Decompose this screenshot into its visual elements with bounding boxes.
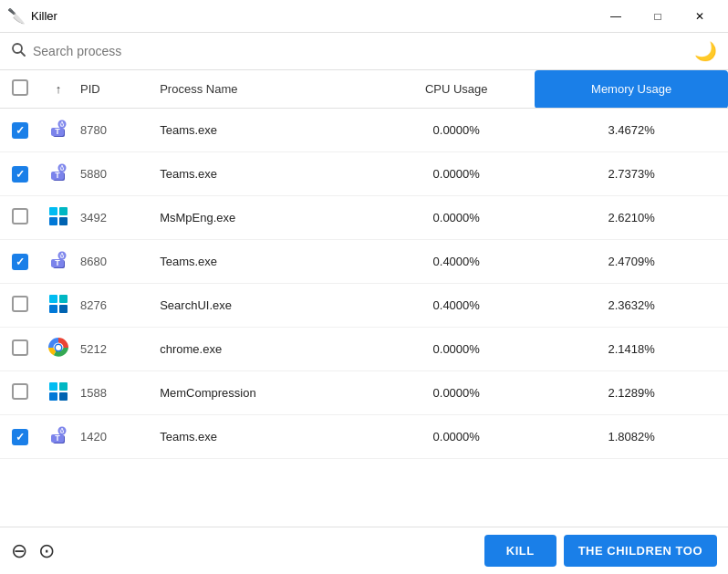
row-pid: 5212 [77, 328, 152, 371]
row-mem: 2.4709% [535, 240, 728, 284]
svg-text:T: T [55, 171, 60, 180]
title-bar: 🔪 Killer — □ ✕ [0, 0, 728, 33]
row-checkbox-cell[interactable] [0, 152, 40, 196]
row-pid: 3492 [77, 196, 152, 240]
svg-rect-32 [59, 382, 68, 391]
row-mem: 1.8082% [535, 415, 728, 459]
row-cpu: 0.0000% [378, 371, 535, 415]
process-icon-windows [47, 381, 69, 402]
table-row: M T 1420 Teams.exe 0.0000% 1.8082% [0, 415, 728, 459]
svg-rect-14 [49, 207, 57, 215]
row-pid: 8680 [77, 240, 152, 284]
row-checkbox[interactable] [12, 208, 28, 224]
row-checkbox[interactable] [12, 429, 28, 445]
header-memory-usage[interactable]: Memory Usage [535, 70, 728, 109]
circle-chevron-icon[interactable]: ⊙ [38, 539, 55, 563]
row-icon-cell [40, 196, 77, 240]
table-row: M T 8680 Teams.exe 0.4000% 2.4709% [0, 240, 728, 284]
header-checkbox[interactable] [0, 70, 40, 109]
svg-rect-17 [59, 217, 68, 225]
table-row: 3492 MsMpEng.exe 0.0000% 2.6210% [0, 196, 728, 240]
row-icon-cell: M T [40, 240, 77, 284]
kill-button[interactable]: KILL [484, 535, 556, 567]
dark-mode-icon[interactable]: 🌙 [694, 40, 717, 62]
search-icon [11, 42, 26, 60]
kill-children-button[interactable]: THE CHILDREN TOO [564, 535, 717, 567]
svg-rect-15 [59, 207, 68, 215]
row-cpu: 0.0000% [378, 415, 535, 459]
row-cpu: 0.0000% [378, 152, 535, 196]
header-process-name[interactable]: Process Name [152, 70, 378, 109]
row-name: MemCompression [152, 371, 378, 415]
process-table-container: ↑ PID Process Name CPU Usage Memory Usag… [0, 70, 728, 527]
row-mem: 3.4672% [535, 109, 728, 152]
svg-rect-31 [49, 382, 57, 391]
app-icon: 🔪 [7, 7, 26, 25]
bottom-right-buttons: KILL THE CHILDREN TOO [484, 535, 717, 567]
process-table: ↑ PID Process Name CPU Usage Memory Usag… [0, 70, 728, 459]
row-name: Teams.exe [152, 240, 378, 284]
svg-text:T: T [55, 433, 60, 443]
row-checkbox[interactable] [12, 254, 28, 270]
row-checkbox-cell[interactable] [0, 328, 40, 371]
row-checkbox-cell[interactable] [0, 284, 40, 328]
table-row: 5212 chrome.exe 0.0000% 2.1418% [0, 328, 728, 371]
row-mem: 2.1289% [535, 371, 728, 415]
circle-minus-icon[interactable]: ⊖ [11, 539, 27, 563]
search-bar: 🌙 [0, 33, 728, 70]
process-icon-teams: M T [47, 249, 69, 271]
header-sort[interactable]: ↑ [40, 70, 77, 109]
row-checkbox-cell[interactable] [0, 240, 40, 284]
process-icon-windows [47, 293, 69, 315]
table-row: 8276 SearchUI.exe 0.4000% 2.3632% [0, 284, 728, 328]
row-checkbox-cell[interactable] [0, 109, 40, 152]
row-cpu: 0.0000% [378, 109, 535, 152]
header-pid[interactable]: PID [77, 70, 152, 109]
process-icon-chrome [47, 337, 69, 359]
select-all-checkbox[interactable] [12, 79, 28, 96]
row-mem: 2.3632% [535, 284, 728, 328]
row-checkbox[interactable] [12, 122, 28, 139]
process-icon-teams: M T [47, 118, 69, 140]
row-icon-cell [40, 371, 77, 415]
row-name: Teams.exe [152, 109, 378, 152]
row-checkbox[interactable] [12, 339, 28, 356]
svg-rect-24 [49, 295, 57, 303]
row-icon-cell [40, 328, 77, 371]
bottom-bar: ⊖ ⊙ KILL THE CHILDREN TOO [0, 527, 728, 574]
search-input[interactable] [33, 44, 694, 58]
row-checkbox-cell[interactable] [0, 415, 40, 459]
row-cpu: 0.4000% [378, 284, 535, 328]
svg-rect-26 [49, 305, 57, 313]
row-checkbox[interactable] [12, 166, 28, 183]
row-name: chrome.exe [152, 328, 378, 371]
table-row: M T 5880 Teams.exe 0.0000% 2.7373% [0, 152, 728, 196]
svg-line-1 [21, 52, 25, 56]
row-name: Teams.exe [152, 152, 378, 196]
svg-rect-34 [59, 392, 68, 401]
table-row: M T 8780 Teams.exe 0.0000% 3.4672% [0, 109, 728, 152]
sort-icon: ↑ [56, 82, 62, 96]
header-cpu-usage[interactable]: CPU Usage [378, 70, 535, 109]
close-button[interactable]: ✕ [679, 0, 721, 33]
row-mem: 2.1418% [535, 328, 728, 371]
row-icon-cell: M T [40, 415, 77, 459]
svg-text:T: T [55, 258, 60, 267]
row-mem: 2.7373% [535, 152, 728, 196]
app-title: Killer [31, 9, 57, 23]
process-icon-windows [47, 205, 69, 227]
svg-rect-33 [49, 392, 57, 401]
process-table-body: M T 8780 Teams.exe 0.0000% 3.4672% M T 5… [0, 109, 728, 459]
row-checkbox[interactable] [12, 296, 28, 312]
row-cpu: 0.0000% [378, 196, 535, 240]
row-icon-cell: M T [40, 152, 77, 196]
bottom-left-icons: ⊖ ⊙ [11, 539, 55, 563]
title-bar-controls: — □ ✕ [595, 0, 721, 33]
row-checkbox-cell[interactable] [0, 371, 40, 415]
row-checkbox-cell[interactable] [0, 196, 40, 240]
row-pid: 1588 [77, 371, 152, 415]
maximize-button[interactable]: □ [637, 0, 679, 33]
minimize-button[interactable]: — [595, 0, 637, 33]
row-checkbox[interactable] [12, 383, 28, 400]
process-icon-teams: M T [47, 424, 69, 446]
